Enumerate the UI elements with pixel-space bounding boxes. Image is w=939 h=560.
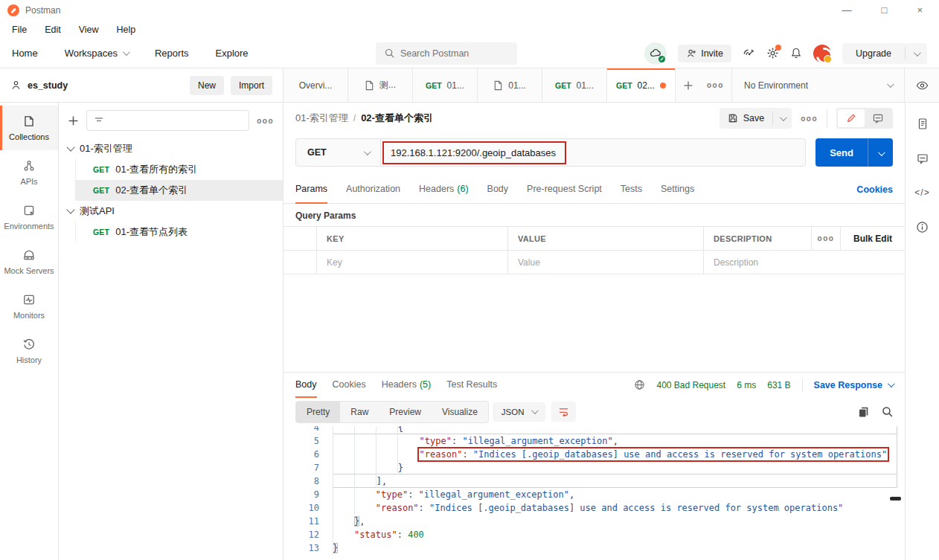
nav-home[interactable]: Home bbox=[12, 48, 38, 59]
code-snippet-icon[interactable]: </> bbox=[914, 187, 929, 198]
search-response-icon[interactable] bbox=[882, 406, 893, 417]
save-response-button[interactable]: Save Response bbox=[814, 380, 893, 390]
tab-settings[interactable]: Settings bbox=[661, 176, 694, 204]
view-raw[interactable]: Raw bbox=[340, 402, 379, 422]
code-line-13: 13} bbox=[283, 541, 905, 555]
environment-quick-look-button[interactable] bbox=[904, 68, 939, 102]
sidebar-item-history[interactable]: History bbox=[0, 329, 58, 373]
copy-icon[interactable] bbox=[858, 406, 869, 418]
notifications-button[interactable] bbox=[790, 47, 802, 59]
nav-workspaces[interactable]: Workspaces bbox=[65, 48, 128, 59]
tab-prerequest-script[interactable]: Pre-request Script bbox=[527, 176, 602, 204]
tab-doc-1[interactable]: 测... bbox=[348, 68, 413, 102]
request-item[interactable]: GET 01-查看所有的索引 bbox=[76, 159, 283, 180]
upgrade-button[interactable]: Upgrade bbox=[842, 43, 927, 64]
request-item[interactable]: GET 01-查看节点列表 bbox=[76, 222, 283, 242]
workspace-name[interactable]: es_study bbox=[28, 80, 68, 91]
settings-button[interactable] bbox=[766, 47, 779, 59]
new-tab-button[interactable] bbox=[683, 80, 693, 91]
line-number: 8 bbox=[283, 474, 319, 488]
collection-folder[interactable]: 01-索引管理 bbox=[59, 138, 283, 159]
tab-body[interactable]: Body bbox=[487, 176, 509, 204]
maximize-button[interactable]: □ bbox=[882, 4, 888, 16]
menu-edit[interactable]: Edit bbox=[45, 25, 61, 35]
tab-get-1[interactable]: GET01... bbox=[413, 68, 478, 102]
invite-button[interactable]: Invite bbox=[678, 45, 731, 62]
caret-down-icon[interactable] bbox=[66, 143, 74, 151]
upgrade-menu-button[interactable] bbox=[906, 43, 927, 64]
url-input[interactable]: 192.168.1.121:9200/.geoip_databases bbox=[380, 138, 806, 167]
divider bbox=[827, 109, 827, 128]
status-badge[interactable]: 400 Bad Request bbox=[656, 380, 725, 390]
search-input[interactable] bbox=[400, 48, 497, 59]
param-key-input[interactable] bbox=[327, 257, 498, 268]
tab-get-2[interactable]: GET01... bbox=[542, 68, 607, 102]
close-button[interactable]: × bbox=[917, 4, 923, 16]
param-description-input[interactable] bbox=[714, 257, 895, 268]
tab-params[interactable]: Params bbox=[295, 176, 327, 204]
comments-button[interactable] bbox=[865, 109, 891, 127]
tab-get-3-active[interactable]: GET02... bbox=[607, 68, 676, 102]
caret-down-icon[interactable] bbox=[66, 205, 74, 213]
response-time[interactable]: 6 ms bbox=[737, 380, 756, 390]
sidebar-item-environments[interactable]: Environments bbox=[0, 195, 58, 239]
sidebar-item-collections[interactable]: Collections bbox=[0, 106, 58, 150]
breadcrumb-request[interactable]: 02-查看单个索引 bbox=[361, 112, 433, 125]
edit-docs-button[interactable] bbox=[838, 109, 865, 127]
tab-options-button[interactable]: ooo bbox=[707, 81, 724, 89]
format-selector[interactable]: JSON bbox=[493, 402, 545, 422]
response-tab-headers[interactable]: Headers (5) bbox=[382, 373, 432, 398]
response-size[interactable]: 631 B bbox=[767, 380, 790, 390]
param-value-input[interactable] bbox=[518, 257, 693, 268]
minimize-button[interactable]: — bbox=[842, 4, 852, 16]
response-tab-body[interactable]: Body bbox=[295, 373, 317, 398]
tab-headers[interactable]: Headers (6) bbox=[419, 176, 469, 204]
account-avatar[interactable] bbox=[813, 45, 831, 62]
capture-requests-button[interactable] bbox=[743, 47, 755, 59]
request-item-selected[interactable]: GET 02-查看单个索引 bbox=[76, 180, 283, 201]
save-button[interactable]: Save bbox=[720, 108, 792, 129]
menu-help[interactable]: Help bbox=[117, 25, 136, 35]
method-selector[interactable]: GET bbox=[295, 138, 380, 167]
import-button[interactable]: Import bbox=[231, 76, 272, 95]
cookies-link[interactable]: Cookies bbox=[856, 184, 893, 195]
search-icon bbox=[385, 48, 394, 58]
view-pretty[interactable]: Pretty bbox=[296, 402, 340, 422]
tab-authorization[interactable]: Authorization bbox=[346, 176, 400, 204]
tab-overview[interactable]: Overvi... bbox=[283, 68, 348, 102]
sidebar-item-apis[interactable]: APIs bbox=[0, 150, 58, 195]
tree-more-button[interactable]: ooo bbox=[257, 117, 274, 125]
breadcrumb-collection[interactable]: 01-索引管理 bbox=[295, 112, 348, 125]
nav-explore[interactable]: Explore bbox=[216, 48, 249, 59]
add-icon[interactable] bbox=[68, 115, 79, 126]
wrap-lines-button[interactable] bbox=[551, 402, 576, 422]
view-visualize[interactable]: Visualize bbox=[432, 402, 488, 422]
send-options-button[interactable] bbox=[868, 147, 893, 158]
global-search[interactable] bbox=[376, 42, 517, 65]
sidebar-item-mock-servers[interactable]: Mock Servers bbox=[0, 239, 58, 284]
tab-doc-2[interactable]: 01... bbox=[478, 68, 542, 102]
documentation-icon[interactable] bbox=[917, 118, 929, 130]
scrollbar-thumb[interactable] bbox=[890, 497, 901, 501]
sync-status-button[interactable]: ✓ bbox=[644, 42, 667, 65]
menu-file[interactable]: File bbox=[12, 25, 27, 35]
environment-selector[interactable]: No Environment bbox=[731, 68, 904, 102]
view-preview[interactable]: Preview bbox=[379, 402, 432, 422]
collection-folder[interactable]: 测试API bbox=[59, 201, 283, 222]
nav-reports[interactable]: Reports bbox=[155, 48, 189, 59]
request-more-button[interactable]: ooo bbox=[801, 115, 818, 123]
response-tab-cookies[interactable]: Cookies bbox=[333, 373, 366, 398]
params-more-button[interactable]: ooo bbox=[812, 227, 841, 250]
sidebar-item-monitors[interactable]: Monitors bbox=[0, 284, 58, 329]
bulk-edit-button[interactable]: Bulk Edit bbox=[841, 227, 905, 250]
info-icon[interactable] bbox=[916, 221, 929, 234]
comments-rail-icon[interactable] bbox=[917, 153, 929, 164]
tab-tests[interactable]: Tests bbox=[621, 176, 642, 204]
response-body-viewer[interactable]: 4 {5 "type": "illegal_argument_exception… bbox=[283, 426, 905, 560]
save-menu-button[interactable] bbox=[773, 108, 792, 129]
new-button[interactable]: New bbox=[190, 76, 224, 95]
filter-input[interactable] bbox=[86, 110, 249, 131]
menu-view[interactable]: View bbox=[79, 25, 99, 35]
response-tab-test-results[interactable]: Test Results bbox=[446, 373, 497, 398]
send-button[interactable]: Send bbox=[815, 138, 893, 167]
